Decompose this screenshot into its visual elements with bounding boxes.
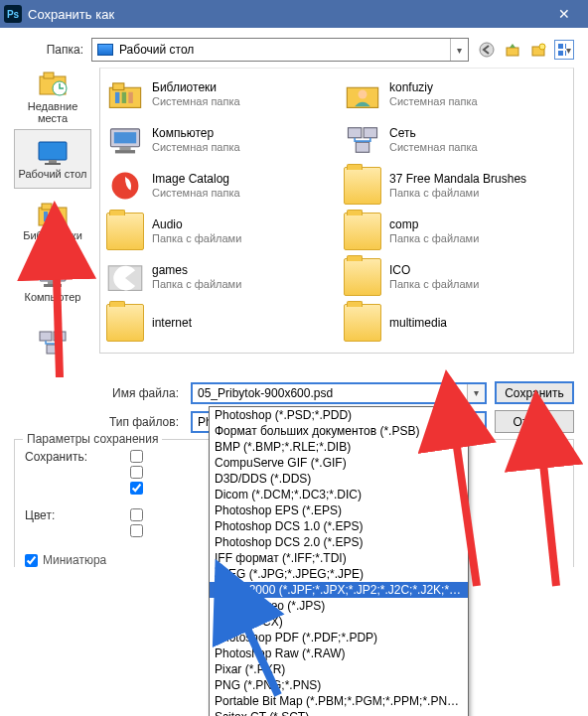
svg-rect-34: [114, 132, 136, 143]
filetype-option[interactable]: Формат больших документов (*.PSB): [210, 423, 468, 439]
file-name: internet: [152, 316, 192, 331]
thumbnail-checkbox[interactable]: Миниатюра: [25, 553, 106, 567]
svg-rect-13: [45, 163, 61, 165]
cancel-button[interactable]: Отмена: [495, 410, 574, 433]
save-button[interactable]: Сохранить: [495, 381, 574, 404]
filetype-option[interactable]: JPEG Stereo (*.JPS): [210, 598, 468, 614]
filetype-option[interactable]: PCX (*.PCX): [210, 614, 468, 630]
filetype-option[interactable]: Portable Bit Map (*.PBM;*.PGM;*.PPM;*.PN…: [210, 693, 468, 709]
file-list[interactable]: БиблиотекиСистемная папкаkonfuziyСистемн…: [99, 68, 574, 354]
recent-icon: [36, 71, 70, 98]
svg-point-0: [480, 43, 494, 57]
svg-rect-28: [115, 92, 119, 103]
up-icon[interactable]: [503, 40, 522, 60]
filetype-option[interactable]: Photoshop Raw (*.RAW): [210, 645, 468, 661]
file-item[interactable]: gamesПапка с файлами: [104, 255, 332, 299]
file-type: Папка с файлами: [389, 187, 526, 201]
folder-label: Папка:: [14, 43, 83, 57]
file-name: games: [152, 263, 241, 278]
svg-rect-25: [47, 345, 59, 354]
computer-icon: [106, 121, 144, 159]
filetype-option[interactable]: Photoshop (*.PSD;*.PDD): [210, 407, 468, 423]
file-item[interactable]: 37 Free Mandala BrushesПапка с файлами: [342, 164, 569, 208]
color-checkbox-2[interactable]: [130, 524, 143, 537]
svg-rect-15: [42, 204, 52, 210]
file-item[interactable]: СетьСистемная папка: [342, 118, 569, 162]
svg-point-40: [112, 173, 139, 200]
svg-rect-23: [40, 332, 52, 341]
file-name: multimedia: [389, 316, 447, 331]
file-item[interactable]: multimedia: [342, 301, 569, 345]
filetype-option[interactable]: IFF формат (*.IFF;*.TDI): [210, 550, 468, 566]
file-item[interactable]: БиблиотекиСистемная папка: [104, 72, 332, 116]
chevron-down-icon[interactable]: ▾: [467, 384, 485, 402]
svg-rect-21: [48, 281, 58, 284]
libraries-icon: [106, 75, 144, 113]
filetype-option[interactable]: Dicom (*.DCM;*.DC3;*.DIC): [210, 487, 468, 502]
toolbar-icons: ▾: [477, 40, 574, 60]
folder-toolbar: Папка: Рабочий стол ▾ ▾: [0, 28, 588, 68]
close-icon[interactable]: ✕: [544, 6, 584, 22]
desktop-icon: [36, 138, 70, 166]
svg-rect-20: [43, 268, 63, 278]
save-options-label: Параметры сохранения: [23, 432, 162, 446]
file-item[interactable]: compПапка с файлами: [342, 210, 569, 253]
place-computer[interactable]: Компьютер: [14, 252, 91, 312]
save-checkbox-1[interactable]: [130, 450, 143, 463]
svg-rect-38: [364, 128, 376, 138]
filetype-option[interactable]: Scitex CT (*.SCT): [210, 709, 468, 716]
filename-input[interactable]: 05_Pribytok-900x600.psd ▾: [191, 382, 487, 404]
back-icon[interactable]: [477, 40, 497, 60]
filetype-option[interactable]: Photoshop EPS (*.EPS): [210, 502, 468, 518]
file-type: Папка с файлами: [152, 232, 241, 246]
place-recent[interactable]: Недавние места: [14, 68, 91, 127]
filetype-dropdown[interactable]: Photoshop (*.PSD;*.PDD)Формат больших до…: [209, 406, 469, 716]
place-network[interactable]: [14, 314, 91, 373]
file-item[interactable]: konfuziyСистемная папка: [342, 72, 569, 116]
new-folder-icon[interactable]: [528, 40, 548, 60]
place-label: Компьютер: [25, 291, 81, 303]
filetype-option[interactable]: CompuServe GIF (*.GIF): [210, 455, 468, 471]
file-item[interactable]: КомпьютерСистемная папка: [104, 118, 332, 162]
filetype-option[interactable]: Photoshop PDF (*.PDF;*.PDP): [210, 630, 468, 645]
color-opt-label: Цвет:: [25, 508, 124, 522]
chevron-down-icon[interactable]: ▾: [467, 413, 485, 431]
color-checkbox-1[interactable]: [130, 508, 143, 521]
places-bar: Недавние местаРабочий столБиблиотекиКомп…: [14, 68, 91, 375]
file-name: konfuziy: [389, 80, 478, 95]
svg-rect-36: [115, 150, 135, 153]
file-type: Системная папка: [389, 141, 478, 155]
file-name: 37 Free Mandala Brushes: [389, 172, 526, 187]
filetype-option[interactable]: PNG (*.PNG;*.PNS): [210, 677, 468, 693]
svg-rect-16: [44, 212, 48, 221]
folder-icon: [344, 304, 381, 342]
place-libraries[interactable]: Библиотеки: [14, 191, 91, 250]
folder-select[interactable]: Рабочий стол ▾: [91, 38, 469, 62]
filetype-option[interactable]: Pixar (*.PXR): [210, 661, 468, 677]
place-desktop[interactable]: Рабочий стол: [14, 129, 91, 189]
folder-icon: [344, 258, 381, 296]
filetype-option[interactable]: Photoshop DCS 1.0 (*.EPS): [210, 518, 468, 534]
filetype-option[interactable]: JPEG 2000 (*.JPF;*.JPX;*.JP2;*.J2C;*.J2K…: [210, 582, 468, 598]
folder-icon: [344, 213, 381, 250]
filetype-option[interactable]: Photoshop DCS 2.0 (*.EPS): [210, 534, 468, 550]
filetype-option[interactable]: D3D/DDS (*.DDS): [210, 471, 468, 487]
view-mode-icon[interactable]: ▾: [554, 40, 574, 60]
file-type: Системная папка: [152, 141, 240, 155]
file-item[interactable]: Image CatalogСистемная папка: [104, 164, 332, 208]
photoshop-icon: Ps: [4, 5, 22, 23]
file-item[interactable]: ICOПапка с файлами: [342, 255, 569, 299]
network-icon: [344, 121, 381, 159]
svg-rect-18: [56, 212, 60, 221]
filetype-option[interactable]: BMP (*.BMP;*.RLE;*.DIB): [210, 439, 468, 455]
file-item[interactable]: internet: [104, 301, 332, 345]
svg-rect-39: [356, 142, 368, 152]
file-type: Системная папка: [389, 95, 478, 109]
svg-rect-30: [128, 92, 132, 103]
chevron-down-icon[interactable]: ▾: [450, 39, 468, 61]
file-item[interactable]: AudioПапка с файлами: [104, 210, 332, 253]
filetype-option[interactable]: JPEG (*.JPG;*.JPEG;*.JPE): [210, 566, 468, 582]
save-checkbox-2[interactable]: [130, 466, 143, 479]
save-checkbox-3[interactable]: [130, 482, 143, 495]
place-label: Библиотеки: [23, 229, 82, 241]
